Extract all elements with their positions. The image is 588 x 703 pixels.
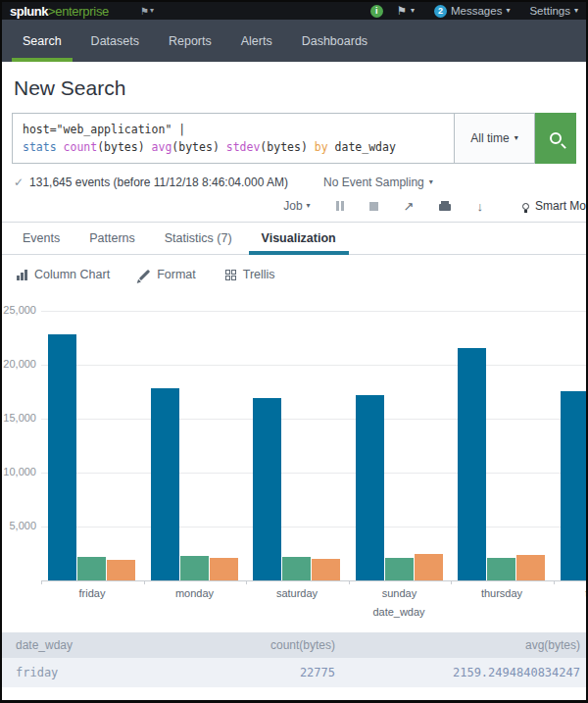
tab-patterns[interactable]: Patterns <box>74 223 150 254</box>
column-chart-icon <box>17 270 27 280</box>
smart-mode-toggle[interactable]: Smart Mo <box>522 199 586 213</box>
app-flag-icon[interactable]: ⚑▾ <box>140 6 154 17</box>
query-token: date_wday <box>335 140 396 154</box>
messages-count-badge: 2 <box>434 5 447 18</box>
settings-label: Settings <box>529 5 570 17</box>
bar-count(bytes)-monday[interactable] <box>151 388 179 580</box>
chevron-down-icon: ▾ <box>411 7 415 15</box>
bar-count(bytes)-thursday[interactable] <box>458 348 486 580</box>
y-gridline <box>41 419 586 420</box>
splunk-logo[interactable]: splunk>enterprise <box>10 4 109 19</box>
tab-events[interactable]: Events <box>8 223 74 254</box>
event-sampling-dropdown[interactable]: No Event Sampling ▾ <box>323 176 433 189</box>
x-axis-label: sunday <box>359 587 441 599</box>
query-token: stats <box>23 140 64 154</box>
y-axis-label: 25,000 <box>2 304 36 316</box>
y-axis-label: 15,000 <box>2 412 36 424</box>
print-icon[interactable] <box>439 204 451 211</box>
nav-item-reports[interactable]: Reports <box>154 20 226 62</box>
query-token: avg <box>152 140 172 154</box>
header-avg-bytes[interactable]: avg(bytes) <box>335 638 586 652</box>
events-summary: 131,645 events (before 11/12/18 8:46:04.… <box>29 176 288 189</box>
pennant-flag-icon: ⚑ <box>140 6 149 17</box>
cell-count-bytes[interactable]: 22775 <box>198 666 335 679</box>
bar-stdev(bytes)-friday[interactable] <box>107 560 135 580</box>
pencil-icon <box>139 269 150 279</box>
app-nav-bar: Search Datasets Reports Alerts Dashboard… <box>2 20 586 62</box>
bar-count(bytes)-saturday[interactable] <box>253 398 281 580</box>
trellis-grid-icon <box>225 270 236 280</box>
trellis-button[interactable]: Trellis <box>225 268 275 281</box>
x-axis-line <box>41 580 586 581</box>
pause-icon[interactable] <box>336 201 344 211</box>
bar-count(bytes)-sunday[interactable] <box>356 395 384 580</box>
x-axis-title: date_wday <box>340 606 458 618</box>
trellis-label: Trellis <box>243 268 275 281</box>
top-bar: splunk>enterprise ⚑▾ i ⚑▾ 2 Messages ▾ S… <box>2 2 586 20</box>
search-status-row: ✓ 131,645 events (before 11/12/18 8:46:0… <box>2 164 586 189</box>
time-range-picker[interactable]: All time ▾ <box>455 113 535 164</box>
bar-stdev(bytes)-saturday[interactable] <box>312 559 340 580</box>
chevron-down-icon: ▾ <box>307 202 311 210</box>
activity-indicator[interactable]: i <box>370 5 383 18</box>
logo-splunk-text: splunk <box>10 4 48 19</box>
y-gridline <box>41 311 586 312</box>
chart-type-label: Column Chart <box>34 268 110 281</box>
chevron-down-icon: ▾ <box>506 7 510 15</box>
table-row: friday 22775 2159.2494840834247 <box>2 658 586 687</box>
settings-menu[interactable]: Settings ▾ <box>529 5 578 17</box>
nav-item-alerts[interactable]: Alerts <box>226 20 287 62</box>
stop-icon[interactable] <box>369 202 378 211</box>
chevron-down-icon: ▾ <box>150 7 154 15</box>
bar-avg(bytes)-friday[interactable] <box>77 557 106 580</box>
cell-date-wday[interactable]: friday <box>2 666 198 679</box>
messages-menu[interactable]: 2 Messages ▾ <box>434 5 510 18</box>
tab-statistics[interactable]: Statistics (7) <box>150 223 247 254</box>
table-header-row: date_wday count(bytes) avg(bytes) <box>2 632 586 658</box>
bar-stdev(bytes)-monday[interactable] <box>210 558 238 580</box>
nav-item-dashboards[interactable]: Dashboards <box>287 20 382 62</box>
nav-item-search[interactable]: Search <box>8 20 76 62</box>
y-gridline <box>41 473 586 474</box>
bar-stdev(bytes)-thursday[interactable] <box>516 555 545 580</box>
header-date-wday[interactable]: date_wday <box>2 638 198 652</box>
info-badge-icon: i <box>370 5 383 18</box>
tab-visualization[interactable]: Visualization <box>247 223 351 254</box>
chevron-down-icon: ▾ <box>514 134 518 142</box>
x-axis-label: tuesday <box>564 587 587 599</box>
cell-avg-bytes[interactable]: 2159.2494840834247 <box>335 666 586 679</box>
nav-item-datasets[interactable]: Datasets <box>76 20 154 62</box>
splunk-window: splunk>enterprise ⚑▾ i ⚑▾ 2 Messages ▾ S… <box>0 0 588 703</box>
export-icon[interactable]: ↓ <box>476 200 483 213</box>
header-count-bytes[interactable]: count(bytes) <box>198 638 335 652</box>
search-query-input[interactable]: host="web_application" | stats count(byt… <box>12 113 455 164</box>
bar-avg(bytes)-thursday[interactable] <box>487 558 515 580</box>
job-menu[interactable]: Job ▾ <box>283 199 310 213</box>
query-token: (bytes) <box>97 140 151 154</box>
bar-stdev(bytes)-sunday[interactable] <box>415 554 443 580</box>
bookmark-flag[interactable]: ⚑▾ <box>397 4 415 18</box>
bar-count(bytes)-tuesday[interactable] <box>561 391 587 580</box>
check-icon: ✓ <box>14 176 24 189</box>
search-bar: host="web_application" | stats count(byt… <box>12 113 576 164</box>
query-token: count <box>64 140 98 154</box>
visualization-toolbar: Column Chart Format Trellis <box>2 255 586 292</box>
pennant-flag-icon: ⚑ <box>397 4 407 18</box>
y-gridline <box>41 365 586 366</box>
messages-label: Messages <box>451 5 502 17</box>
search-icon <box>550 132 562 144</box>
format-label: Format <box>157 268 196 281</box>
lightbulb-icon <box>522 203 529 210</box>
y-gridline <box>41 527 586 527</box>
bar-avg(bytes)-saturday[interactable] <box>282 557 311 580</box>
search-button[interactable] <box>535 113 576 164</box>
query-token: stdev <box>226 140 261 154</box>
format-button[interactable]: Format <box>139 268 196 281</box>
bar-avg(bytes)-sunday[interactable] <box>385 558 414 580</box>
bar-count(bytes)-friday[interactable] <box>48 334 76 580</box>
query-token: (bytes) <box>260 140 314 154</box>
share-icon[interactable]: ↗ <box>404 200 415 213</box>
bar-avg(bytes)-monday[interactable] <box>180 556 209 580</box>
query-line1: host="web_application" | <box>23 123 185 136</box>
chart-type-picker[interactable]: Column Chart <box>17 268 110 281</box>
